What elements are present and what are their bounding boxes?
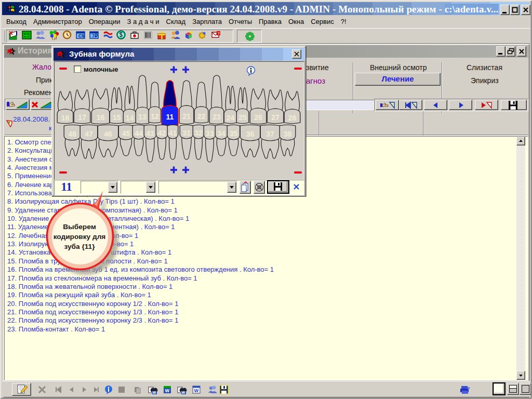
svg-text:45: 45 [122,129,130,138]
svg-text:18: 18 [61,114,70,122]
svg-text:35: 35 [230,129,238,138]
svg-text:зуба {11}: зуба {11} [64,243,95,250]
svg-text:24: 24 [227,114,235,122]
svg-text:38: 38 [284,130,292,138]
svg-text:22: 22 [197,112,206,121]
svg-text:43: 43 [146,129,154,138]
svg-text:кодировку для: кодировку для [54,233,106,241]
svg-text:28: 28 [288,114,297,122]
svg-text:W: W [153,391,156,394]
svg-text:33: 33 [206,129,214,138]
svg-text:32: 32 [194,129,203,137]
svg-text:14: 14 [126,114,134,122]
svg-text:13: 13 [138,113,147,121]
svg-text:21: 21 [182,112,191,121]
svg-text:$: $ [119,31,123,38]
svg-text:37: 37 [266,130,274,138]
svg-text:?: ? [218,31,220,36]
svg-text:31: 31 [182,129,191,137]
svg-text:17: 17 [78,113,86,122]
svg-text:25: 25 [238,113,247,122]
svg-text:Выберем: Выберем [63,223,96,231]
svg-text:16: 16 [97,113,105,122]
svg-text:11: 11 [166,113,174,121]
svg-text:C$: C$ [78,33,85,38]
svg-text:36: 36 [246,130,255,138]
svg-text:46: 46 [104,130,112,138]
svg-text:27: 27 [271,113,280,122]
svg-text:48: 48 [68,130,76,138]
svg-text:молочные: молочные [84,65,118,73]
svg-text:W: W [165,388,170,393]
svg-text:34: 34 [217,129,225,138]
svg-text:26: 26 [254,113,262,122]
svg-text:W: W [182,391,185,394]
svg-text:23: 23 [212,113,221,121]
svg-text:W: W [194,388,199,393]
svg-text:44: 44 [135,129,143,138]
svg-text:12: 12 [151,112,159,121]
svg-text:42: 42 [158,129,166,137]
svg-text:7₽: 7₽ [92,33,98,38]
svg-text:47: 47 [85,130,93,138]
svg-text:15: 15 [113,113,121,122]
svg-text:41: 41 [169,129,177,137]
